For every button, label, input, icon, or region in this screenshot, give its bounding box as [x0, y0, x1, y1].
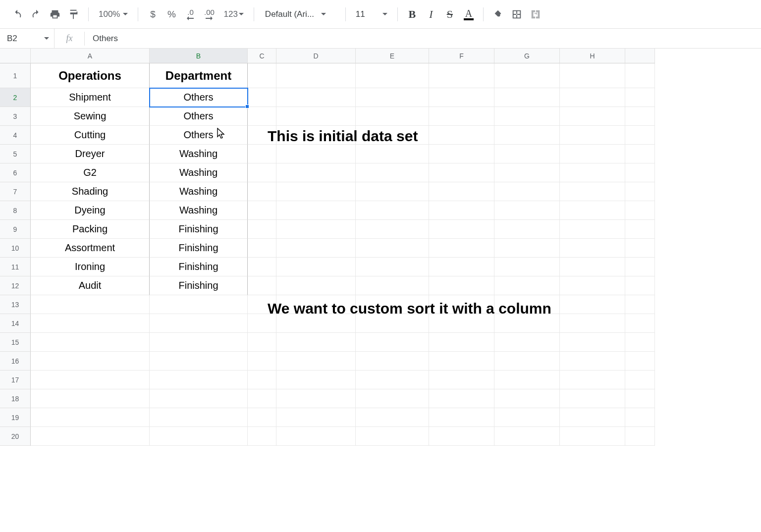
paint-format-button[interactable]: [65, 5, 82, 23]
merge-cells-button[interactable]: [527, 5, 544, 23]
cell-C1[interactable]: [248, 63, 276, 88]
cell-A9[interactable]: Packing: [31, 220, 150, 239]
bold-button[interactable]: B: [404, 5, 421, 23]
cell-B11[interactable]: Finishing: [150, 258, 248, 276]
row-header-2[interactable]: 2: [0, 88, 31, 107]
row-header-6[interactable]: 6: [0, 163, 31, 182]
name-box[interactable]: B2: [0, 29, 54, 48]
col-header-C[interactable]: C: [248, 49, 276, 63]
cell-A11[interactable]: Ironing: [31, 258, 150, 276]
italic-button[interactable]: I: [423, 5, 439, 23]
cell-A3[interactable]: Sewing: [31, 107, 150, 126]
cell-B7[interactable]: Washing: [150, 182, 248, 201]
cell-B12[interactable]: Finishing: [150, 276, 248, 295]
redo-icon: [31, 9, 42, 20]
row-header-8[interactable]: 8: [0, 201, 31, 220]
row-header-15[interactable]: 15: [0, 333, 31, 352]
select-all-corner[interactable]: [0, 49, 31, 63]
col-header-A[interactable]: A: [31, 49, 150, 63]
cell-A4[interactable]: Cutting: [31, 126, 150, 145]
row: 10 Assortment Finishing: [0, 239, 761, 258]
cell-E1[interactable]: [356, 63, 429, 88]
cell-B1[interactable]: Department: [150, 63, 248, 88]
cell-H2[interactable]: [560, 88, 625, 107]
cell-A8[interactable]: Dyeing: [31, 201, 150, 220]
cell-B9[interactable]: Finishing: [150, 220, 248, 239]
cell-B6[interactable]: Washing: [150, 163, 248, 182]
number-format-dropdown[interactable]: 123: [219, 5, 247, 23]
row-header-17[interactable]: 17: [0, 371, 31, 389]
row-header-12[interactable]: 12: [0, 276, 31, 295]
redo-button[interactable]: [28, 5, 45, 23]
cell-A2[interactable]: Shipment: [31, 88, 150, 107]
row-header-7[interactable]: 7: [0, 182, 31, 201]
cell-B4[interactable]: Others: [150, 126, 248, 145]
row-header-5[interactable]: 5: [0, 145, 31, 163]
cell-B5[interactable]: Washing: [150, 145, 248, 163]
cell-B2[interactable]: Others: [150, 88, 248, 107]
row: 7 Shading Washing: [0, 182, 761, 201]
cell-F2[interactable]: [429, 88, 494, 107]
paint-format-icon: [68, 9, 79, 20]
toolbar-separator: [254, 7, 254, 21]
col-header-H[interactable]: H: [560, 49, 625, 63]
row-header-4[interactable]: 4: [0, 126, 31, 145]
cell-B8[interactable]: Washing: [150, 201, 248, 220]
row-header-16[interactable]: 16: [0, 352, 31, 371]
currency-button[interactable]: $: [144, 5, 161, 23]
cell-A12[interactable]: Audit: [31, 276, 150, 295]
row-header-1[interactable]: 1: [0, 63, 31, 88]
print-button[interactable]: [47, 5, 63, 23]
cell-D1[interactable]: [276, 63, 356, 88]
row-header-14[interactable]: 14: [0, 314, 31, 333]
cell-A6[interactable]: G2: [31, 163, 150, 182]
cell-H1[interactable]: [560, 63, 625, 88]
text-color-button[interactable]: A: [460, 5, 477, 23]
row-header-9[interactable]: 9: [0, 220, 31, 239]
strikethrough-button[interactable]: S: [441, 5, 458, 23]
selection-handle[interactable]: [245, 105, 249, 108]
cell-extra-1[interactable]: [625, 63, 655, 88]
cell-F1[interactable]: [429, 63, 494, 88]
row-header-20[interactable]: 20: [0, 427, 31, 446]
cell-A5[interactable]: Dreyer: [31, 145, 150, 163]
percent-button[interactable]: %: [163, 5, 180, 23]
col-header-G[interactable]: G: [494, 49, 560, 63]
cell-B10[interactable]: Finishing: [150, 239, 248, 258]
cell-G1[interactable]: [494, 63, 560, 88]
col-header-E[interactable]: E: [356, 49, 429, 63]
row-header-13[interactable]: 13: [0, 295, 31, 314]
increase-decimal-button[interactable]: .00: [201, 5, 217, 23]
borders-button[interactable]: [508, 5, 525, 23]
zoom-dropdown[interactable]: 100%: [95, 5, 132, 23]
decrease-decimal-button[interactable]: .0: [182, 5, 199, 23]
cell-extra-2[interactable]: [625, 88, 655, 107]
col-header-B[interactable]: B: [150, 49, 248, 63]
row: 15: [0, 333, 761, 352]
cell-A1[interactable]: Operations: [31, 63, 150, 88]
col-header-D[interactable]: D: [276, 49, 356, 63]
cell-A7[interactable]: Shading: [31, 182, 150, 201]
row-header-18[interactable]: 18: [0, 389, 31, 408]
row-header-3[interactable]: 3: [0, 107, 31, 126]
row-header-11[interactable]: 11: [0, 258, 31, 276]
undo-button[interactable]: [9, 5, 26, 23]
text-color-underline: [464, 18, 474, 20]
rows: 1 Operations Department 2 Shipment Other…: [0, 63, 761, 446]
cell-D2[interactable]: [276, 88, 356, 107]
row-header-19[interactable]: 19: [0, 408, 31, 427]
font-dropdown[interactable]: Default (Ari...: [260, 5, 339, 23]
col-header-F[interactable]: F: [429, 49, 494, 63]
cell-G2[interactable]: [494, 88, 560, 107]
cell-E2[interactable]: [356, 88, 429, 107]
row-header-10[interactable]: 10: [0, 239, 31, 258]
cell-C2[interactable]: [248, 88, 276, 107]
formula-input[interactable]: Others: [85, 34, 118, 44]
fill-color-button[interactable]: [489, 5, 506, 23]
cell-B3[interactable]: Others: [150, 107, 248, 126]
cell-A10[interactable]: Assortment: [31, 239, 150, 258]
col-header-extra[interactable]: [625, 49, 655, 63]
font-size-dropdown[interactable]: 11: [352, 9, 391, 19]
caret-down-icon: [239, 13, 244, 15]
row: 19: [0, 408, 761, 427]
